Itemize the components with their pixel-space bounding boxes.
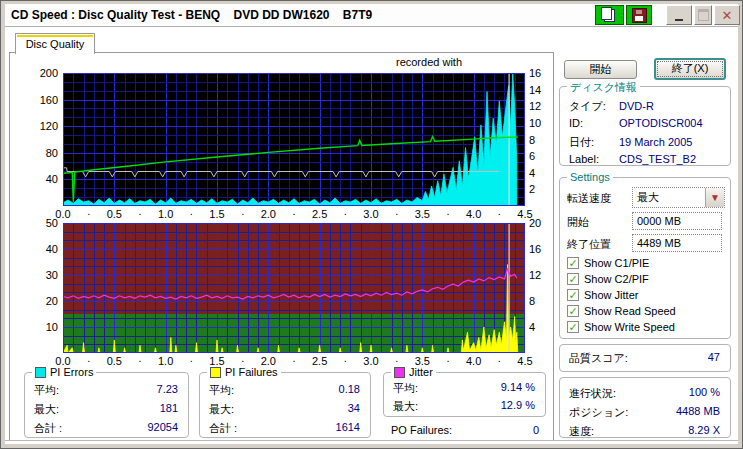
- axis-tick: 0.0: [48, 355, 78, 367]
- checkbox-label: Show Write Speed: [584, 321, 675, 333]
- maximize-icon: [698, 9, 709, 21]
- axis-tick: 12: [529, 269, 553, 281]
- disc-label-label: Label:: [569, 153, 619, 165]
- disc-date-value: 19 March 2005: [619, 136, 692, 148]
- axis-tick: .: [86, 205, 92, 217]
- copy-icon: [604, 9, 615, 22]
- disc-date-label: 日付:: [569, 135, 619, 150]
- max-label: 最大:: [393, 399, 418, 413]
- jitter-swatch-icon: [394, 367, 405, 378]
- close-icon: ✕: [722, 9, 733, 22]
- checkbox-label: Show C2/PIF: [584, 273, 649, 285]
- axis-tick: 3.0: [356, 208, 386, 220]
- exit-button[interactable]: 終了(X): [654, 58, 726, 80]
- minimize-button[interactable]: [666, 5, 692, 25]
- tab-disc-quality[interactable]: Disc Quality: [15, 33, 95, 54]
- start-field[interactable]: 0000 MB: [632, 212, 722, 230]
- axis-tick: .: [496, 352, 502, 364]
- total-label: 合計 :: [34, 421, 62, 435]
- checkbox-show-write-speed[interactable]: ✓Show Write Speed: [567, 320, 675, 334]
- pi-errors-total: 92054: [147, 421, 178, 435]
- axis-tick: 6: [529, 150, 553, 162]
- pi-failures-avg: 0.18: [339, 383, 360, 397]
- pi-errors-panel: PI Errors 平均:7.23 最大:181 合計 :92054: [24, 372, 189, 438]
- disc-id-label: ID:: [569, 117, 619, 129]
- axis-tick: 1.0: [151, 208, 181, 220]
- axis-tick: .: [291, 352, 297, 364]
- po-failures-row: PO Failures:0: [391, 424, 539, 438]
- checkbox-icon[interactable]: ✓: [567, 305, 579, 317]
- po-failures-label: PO Failures:: [391, 424, 452, 438]
- disc-info-panel: ディスク情報 タイプ:DVD-R ID:OPTODISCR004 日付:19 M…: [559, 86, 731, 166]
- axis-tick: .: [445, 205, 451, 217]
- close-button[interactable]: ✕: [714, 5, 740, 25]
- axis-tick: 20: [26, 295, 58, 307]
- axis-tick: 2.0: [253, 208, 283, 220]
- checkbox-icon[interactable]: ✓: [567, 257, 579, 269]
- checkbox-icon[interactable]: ✓: [567, 273, 579, 285]
- speed-select-value: 最大: [633, 188, 705, 207]
- start-button[interactable]: 開始: [564, 60, 637, 79]
- axis-tick: 2: [529, 183, 553, 195]
- quality-score-label: 品質スコア:: [569, 351, 628, 365]
- checkbox-show-c1-pie[interactable]: ✓Show C1/PIE: [567, 256, 649, 270]
- axis-tick: .: [86, 352, 92, 364]
- axis-tick: 16: [529, 243, 553, 255]
- axis-tick: 16: [529, 67, 553, 79]
- axis-tick: .: [342, 205, 348, 217]
- axis-tick: 50: [26, 217, 58, 229]
- avg-label: 平均:: [34, 383, 59, 397]
- speed-select-label: 転送速度: [567, 192, 627, 204]
- axis-tick: 4: [529, 321, 553, 333]
- position-label: ポジション:: [569, 405, 628, 419]
- axis-tick: 20: [529, 217, 553, 229]
- axis-tick: 8: [529, 295, 553, 307]
- axis-tick: .: [394, 352, 400, 364]
- save-button[interactable]: [626, 5, 652, 25]
- maximize-button[interactable]: [694, 5, 712, 25]
- checkbox-show-c2-pif[interactable]: ✓Show C2/PIF: [567, 272, 649, 286]
- total-label: 合計 :: [209, 421, 237, 435]
- jitter-title: Jitter: [409, 366, 433, 378]
- axis-tick: 160: [26, 94, 58, 106]
- axis-tick: 8: [529, 134, 553, 146]
- axis-tick: 30: [26, 269, 58, 281]
- axis-tick: 40: [26, 243, 58, 255]
- axis-tick: 10: [26, 321, 58, 333]
- pi-errors-title: PI Errors: [50, 366, 93, 378]
- axis-tick: 4.0: [459, 208, 489, 220]
- pi-failures-panel: PI Failures 平均:0.18 最大:34 合計 :1614: [199, 372, 371, 438]
- pi-failures-max: 34: [348, 402, 360, 416]
- checkbox-icon[interactable]: ✓: [567, 289, 579, 301]
- position-value: 4488 MB: [676, 405, 720, 419]
- axis-tick: .: [291, 205, 297, 217]
- axis-tick: 2.0: [253, 355, 283, 367]
- jitter-panel: Jitter 平均:9.14 % 最大:12.9 %: [383, 372, 546, 417]
- axis-tick: 80: [26, 147, 58, 159]
- minimize-icon: [675, 19, 683, 21]
- start-field-label: 開始: [567, 216, 627, 228]
- copy-button[interactable]: [595, 5, 624, 25]
- chevron-down-icon[interactable]: ▼: [705, 188, 724, 207]
- axis-tick: 3.5: [407, 208, 437, 220]
- pi-failures-title: PI Failures: [225, 366, 278, 378]
- axis-tick: 0.5: [99, 355, 129, 367]
- quality-score-value: 47: [708, 351, 720, 365]
- axis-tick: .: [137, 352, 143, 364]
- checkbox-show-read-speed[interactable]: ✓Show Read Speed: [567, 304, 676, 318]
- disc-type-label: タイプ:: [569, 99, 619, 114]
- jitter-chart: [63, 223, 525, 353]
- window-title: CD Speed : Disc Quality Test - BENQ DVD …: [11, 8, 372, 22]
- checkbox-icon[interactable]: ✓: [567, 321, 579, 333]
- axis-tick: .: [496, 205, 502, 217]
- end-field[interactable]: 4489 MB: [632, 234, 722, 252]
- checkbox-show-jitter[interactable]: ✓Show Jitter: [567, 288, 638, 302]
- pi-errors-swatch-icon: [35, 367, 46, 378]
- progress-value: 100 %: [689, 386, 720, 400]
- speed-select[interactable]: 最大 ▼: [632, 187, 725, 208]
- pi-failures-total: 1614: [336, 421, 360, 435]
- tab-label: Disc Quality: [26, 38, 85, 50]
- axis-tick: .: [394, 205, 400, 217]
- disc-info-title: ディスク情報: [567, 80, 640, 95]
- pi-errors-avg: 7.23: [157, 383, 178, 397]
